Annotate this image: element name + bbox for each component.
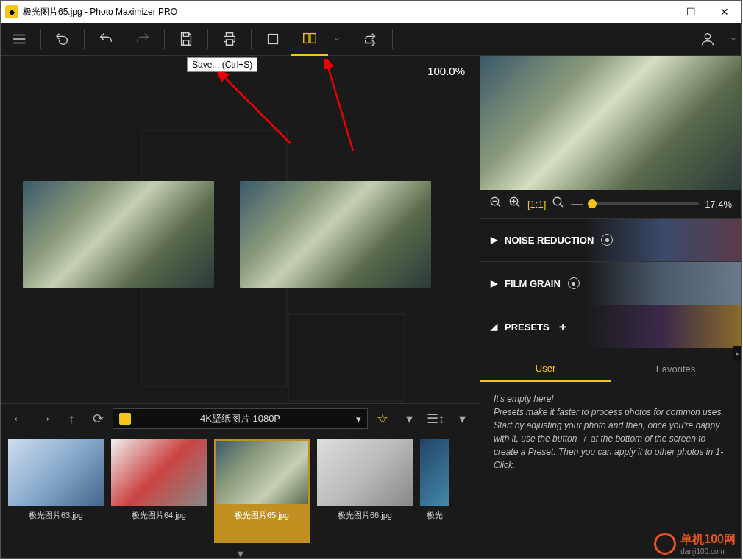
view-dropdown[interactable]	[328, 23, 346, 56]
panel-noise-reduction[interactable]: ▶NOISE REDUCTION	[480, 219, 741, 261]
folder-icon	[119, 413, 131, 425]
nav-forward[interactable]: →	[33, 407, 57, 430]
tab-favorites[interactable]: Favorites	[611, 355, 741, 382]
svg-point-8	[554, 197, 562, 205]
watermark-logo-icon	[654, 533, 676, 555]
redo-button[interactable]	[124, 23, 161, 56]
annotation-arrow	[217, 70, 298, 151]
svg-line-4	[223, 76, 291, 143]
watermark: 单机100网 danji100.com	[654, 532, 736, 556]
folder-path[interactable]: 4K壁纸图片 1080P▾	[113, 408, 368, 429]
visibility-icon	[568, 277, 580, 289]
thumbnail-item[interactable]: 极光图片64.jpg	[111, 439, 207, 543]
panel-film-grain[interactable]: ▶FILM GRAIN	[480, 262, 741, 305]
original-image	[23, 181, 214, 288]
save-tooltip: Save... (Ctrl+S)	[187, 57, 257, 72]
collapse-browser[interactable]: ▾	[1, 549, 480, 558]
processed-image	[240, 181, 431, 288]
file-browser: ← → ↑ ⟳ 4K壁纸图片 1080P▾ ☆ ▾ ☰↕ ▾ 极光图片63.jp…	[1, 403, 480, 558]
svg-point-3	[705, 34, 710, 39]
app-icon: ◆	[5, 5, 18, 18]
account-dropdown[interactable]	[726, 23, 741, 56]
sort-dropdown[interactable]: ▾	[450, 407, 474, 430]
share-button[interactable]	[352, 23, 389, 56]
svg-rect-2	[310, 34, 316, 43]
undo-button[interactable]	[88, 23, 124, 56]
thumbnail-item[interactable]: 极光	[420, 439, 449, 543]
save-button[interactable]	[168, 23, 205, 56]
collapse-side-icon[interactable]: ▸	[733, 346, 741, 361]
nav-up[interactable]: ↑	[60, 407, 83, 430]
zoom-actual-icon[interactable]	[552, 196, 565, 212]
toolbar	[1, 23, 741, 56]
zoom-slider[interactable]	[589, 202, 699, 205]
preview-navigator[interactable]	[480, 56, 741, 190]
menu-button[interactable]	[1, 23, 38, 56]
maximize-button[interactable]: ☐	[675, 1, 708, 23]
thumbnail-item[interactable]: 极光图片66.jpg	[317, 439, 413, 543]
favorite-button[interactable]: ☆	[371, 407, 394, 430]
zoom-out-icon[interactable]	[489, 196, 502, 212]
svg-rect-0	[269, 35, 278, 44]
window-title: 极光图片65.jpg - Photo Maximizer PRO	[23, 6, 641, 18]
print-button[interactable]	[211, 23, 248, 56]
single-view-button[interactable]	[255, 23, 291, 56]
account-button[interactable]	[689, 23, 726, 56]
compare-view-button[interactable]	[291, 23, 328, 56]
thumbnail-item[interactable]: 极光图片63.jpg	[8, 439, 104, 543]
thumbnail-item-selected[interactable]: 极光图片65.jpg	[214, 439, 310, 543]
close-button[interactable]: ✕	[708, 1, 741, 23]
zoom-fit-icon[interactable]: [1:1]	[527, 199, 546, 210]
visibility-icon	[601, 234, 613, 246]
refresh-button[interactable]: ⟳	[86, 407, 110, 430]
preview-zoom-pct: 17.4%	[705, 199, 732, 210]
svg-rect-1	[304, 34, 309, 43]
revert-button[interactable]	[44, 23, 81, 56]
fav-dropdown[interactable]: ▾	[397, 407, 421, 430]
add-preset-icon[interactable]: ＋	[557, 319, 569, 335]
titlebar: ◆ 极光图片65.jpg - Photo Maximizer PRO — ☐ ✕	[1, 1, 741, 23]
presets-empty-text: It's empty here! Presets make it faster …	[480, 382, 741, 482]
zoom-level: 100.0%	[427, 65, 465, 77]
panel-presets[interactable]: ◢PRESETS＋	[480, 305, 741, 348]
annotation-arrow	[324, 59, 368, 155]
svg-line-5	[327, 65, 353, 151]
tab-user[interactable]: User	[480, 355, 611, 382]
minimize-button[interactable]: —	[641, 1, 675, 23]
sort-button[interactable]: ☰↕	[424, 407, 447, 430]
nav-back[interactable]: ←	[7, 407, 30, 430]
zoom-in-icon[interactable]	[508, 196, 522, 212]
